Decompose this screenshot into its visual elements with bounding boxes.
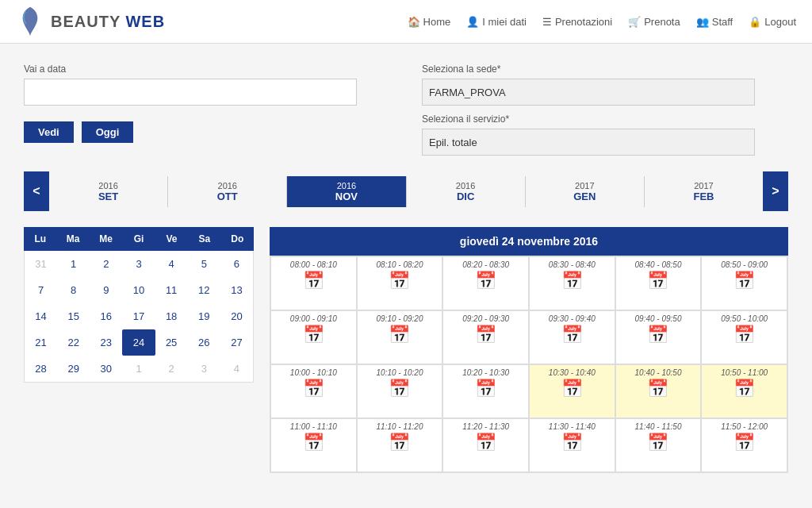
slot-cell[interactable]: 11:00 - 11:10📅 <box>270 418 357 472</box>
cart-icon: 🛒 <box>628 16 641 28</box>
cal-cell[interactable]: 1 <box>57 251 90 277</box>
prev-month-button[interactable]: < <box>24 171 49 211</box>
cal-cell[interactable]: 27 <box>220 329 253 356</box>
cal-cell[interactable]: 3 <box>122 251 155 277</box>
nav-miei-dati[interactable]: 👤 I miei dati <box>466 16 527 28</box>
slot-cell[interactable]: 08:20 - 08:30📅 <box>442 256 529 310</box>
slot-cell[interactable]: 11:10 - 11:20📅 <box>357 418 443 472</box>
nav-staff[interactable]: 👥 Staff <box>696 16 733 28</box>
cal-header-gi: Gi <box>122 227 155 251</box>
slot-cell[interactable]: 09:30 - 09:40📅 <box>529 310 615 364</box>
month-item-feb[interactable]: 2017FEB <box>645 176 763 207</box>
cal-header-ma: Ma <box>56 227 89 251</box>
list-icon: ☰ <box>542 16 552 28</box>
cal-cell[interactable]: 3 <box>188 356 220 382</box>
nav-logout[interactable]: 🔒 Logout <box>749 16 796 28</box>
slot-cell[interactable]: 09:20 - 09:30📅 <box>442 310 529 364</box>
cal-cell[interactable]: 31 <box>25 251 57 277</box>
next-month-button[interactable]: > <box>763 171 788 211</box>
slot-cell[interactable]: 10:10 - 10:20📅 <box>357 364 443 418</box>
cal-cell[interactable]: 20 <box>220 303 253 329</box>
cal-cell[interactable]: 9 <box>90 277 122 303</box>
slot-cell[interactable]: 11:50 - 12:00📅 <box>701 418 787 472</box>
cal-cell[interactable]: 29 <box>57 356 90 382</box>
slot-cell[interactable]: 11:20 - 11:30📅 <box>442 418 529 472</box>
cal-cell[interactable]: 2 <box>155 356 188 382</box>
cal-cell[interactable]: 23 <box>90 329 122 356</box>
slot-cell[interactable]: 09:00 - 09:10📅 <box>270 310 357 364</box>
nav-home[interactable]: 🏠 Home <box>408 16 451 28</box>
brand-logo-icon <box>16 6 44 37</box>
cal-header-ve: Ve <box>155 227 188 251</box>
cal-cell[interactable]: 15 <box>57 303 90 329</box>
mini-calendar: LuMaMeGiVeSaDo 3112345678910111213141516… <box>24 227 254 473</box>
slot-cell[interactable]: 09:40 - 09:50📅 <box>615 310 702 364</box>
cal-cell[interactable]: 26 <box>188 329 220 356</box>
cal-cell[interactable]: 17 <box>122 303 155 329</box>
lock-icon: 🔒 <box>749 16 761 28</box>
slot-cell[interactable]: 10:30 - 10:40📅 <box>529 364 615 418</box>
cal-cell[interactable]: 24 <box>122 329 155 356</box>
month-item-set[interactable]: 2016SET <box>49 176 168 207</box>
cal-cell[interactable]: 11 <box>155 277 188 303</box>
cal-cell[interactable]: 2 <box>90 251 122 277</box>
slot-cell[interactable]: 10:50 - 11:00📅 <box>701 364 787 418</box>
slot-cell[interactable]: 08:50 - 09:00📅 <box>701 256 787 310</box>
slot-cell[interactable]: 11:30 - 11:40📅 <box>529 418 615 472</box>
month-item-dic[interactable]: 2016DIC <box>407 176 526 207</box>
user-icon: 👤 <box>466 16 479 28</box>
cal-cell[interactable]: 19 <box>188 303 220 329</box>
slot-cell[interactable]: 10:00 - 10:10📅 <box>270 364 357 418</box>
cal-cell[interactable]: 7 <box>25 277 57 303</box>
top-section: Vai a data Vedi Oggi Seleziona la sede* … <box>24 64 788 156</box>
oggi-button[interactable]: Oggi <box>82 121 134 143</box>
cal-cell[interactable]: 28 <box>25 356 57 382</box>
slot-cell[interactable]: 08:10 - 08:20📅 <box>357 256 443 310</box>
cal-cell[interactable]: 4 <box>155 251 188 277</box>
servizio-select[interactable]: Epil. totale <box>422 129 755 156</box>
cal-cell[interactable]: 10 <box>122 277 155 303</box>
sede-select[interactable]: FARMA_PROVA <box>422 79 755 106</box>
nav-prenotazioni[interactable]: ☰ Prenotazioni <box>542 16 612 28</box>
cal-cell[interactable]: 25 <box>155 329 188 356</box>
cal-header-do: Do <box>221 227 254 251</box>
sede-label: Seleziona la sede* <box>422 64 788 75</box>
month-item-ott[interactable]: 2016OTT <box>168 176 287 207</box>
slot-cell[interactable]: 09:50 - 10:00📅 <box>701 310 787 364</box>
cal-cell[interactable]: 22 <box>57 329 90 356</box>
slots-panel: giovedì 24 novembre 2016 08:00 - 08:10📅0… <box>270 227 788 473</box>
slot-cell[interactable]: 09:10 - 09:20📅 <box>357 310 443 364</box>
cal-cell[interactable]: 4 <box>220 356 253 382</box>
vai-a-data-input[interactable] <box>24 79 357 106</box>
vedi-button[interactable]: Vedi <box>24 121 74 143</box>
left-panel: Vai a data Vedi Oggi <box>24 64 390 156</box>
cal-header-me: Me <box>90 227 122 251</box>
cal-cell[interactable]: 1 <box>122 356 155 382</box>
cal-cell[interactable]: 12 <box>188 277 220 303</box>
slot-cell[interactable]: 11:40 - 11:50📅 <box>615 418 702 472</box>
cal-header-lu: Lu <box>24 227 56 251</box>
cal-cell[interactable]: 5 <box>188 251 220 277</box>
calendar-header: LuMaMeGiVeSaDo <box>24 227 254 251</box>
cal-cell[interactable]: 21 <box>25 329 57 356</box>
bottom-section: LuMaMeGiVeSaDo 3112345678910111213141516… <box>24 227 788 473</box>
right-panel: Seleziona la sede* FARMA_PROVA Seleziona… <box>422 64 788 156</box>
month-item-nov[interactable]: 2016NOV <box>287 176 406 207</box>
navbar-links: 🏠 Home 👤 I miei dati ☰ Prenotazioni 🛒 Pr… <box>408 16 796 28</box>
cal-cell[interactable]: 14 <box>25 303 57 329</box>
slot-cell[interactable]: 10:40 - 10:50📅 <box>615 364 702 418</box>
cal-cell[interactable]: 13 <box>220 277 253 303</box>
slot-cell[interactable]: 10:20 - 10:30📅 <box>442 364 529 418</box>
slot-cell[interactable]: 08:30 - 08:40📅 <box>529 256 615 310</box>
nav-prenota[interactable]: 🛒 Prenota <box>628 16 680 28</box>
slot-cell[interactable]: 08:40 - 08:50📅 <box>615 256 702 310</box>
cal-header-sa: Sa <box>188 227 220 251</box>
cal-cell[interactable]: 16 <box>90 303 122 329</box>
cal-cell[interactable]: 6 <box>220 251 253 277</box>
slot-cell[interactable]: 08:00 - 08:10📅 <box>270 256 357 310</box>
vai-a-data-label: Vai a data <box>24 64 390 75</box>
cal-cell[interactable]: 30 <box>90 356 122 382</box>
cal-cell[interactable]: 18 <box>155 303 188 329</box>
month-item-gen[interactable]: 2017GEN <box>526 176 645 207</box>
cal-cell[interactable]: 8 <box>57 277 90 303</box>
